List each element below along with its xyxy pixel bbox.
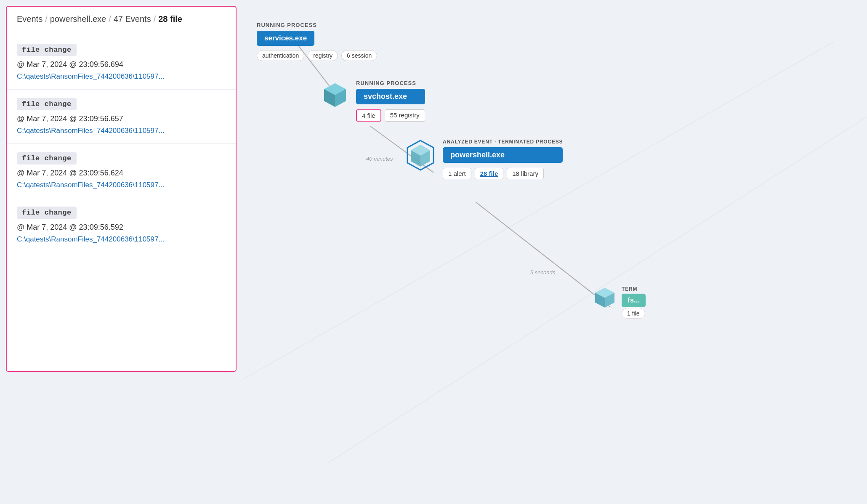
- breadcrumb-sep2: /: [109, 14, 111, 24]
- svchost-node-info: RUNNING PROCESS svchost.exe 4 file 55 re…: [356, 80, 425, 122]
- breadcrumb-events: Events: [17, 14, 43, 24]
- powershell-tags: 1 alert 28 file 18 library: [443, 168, 563, 179]
- time-label-5sec: 5 seconds: [530, 269, 555, 276]
- svg-line-4: [476, 202, 610, 307]
- svchost-cube-icon: [320, 80, 350, 110]
- powershell-library-tag[interactable]: 18 library: [507, 168, 544, 179]
- services-node: RUNNING PROCESS services.exe authenticat…: [257, 22, 377, 61]
- event-tag-0: file change: [17, 44, 77, 56]
- event-time-3: @ Mar 7, 2024 @ 23:09:56.592: [17, 223, 226, 232]
- event-item: file change @ Mar 7, 2024 @ 23:09:56.624…: [7, 144, 236, 198]
- svchost-tags: 4 file 55 registry: [356, 109, 425, 122]
- event-time-1: @ Mar 7, 2024 @ 23:09:56.657: [17, 114, 226, 123]
- breadcrumb-filecount: 28 file: [158, 14, 182, 24]
- powershell-node: ANALYZED EVENT · TERMINATED PROCESS powe…: [404, 139, 563, 179]
- event-list: file change @ Mar 7, 2024 @ 23:09:56.694…: [7, 31, 236, 256]
- svchost-icon-area: RUNNING PROCESS svchost.exe 4 file 55 re…: [320, 80, 425, 122]
- graph-area: RUNNING PROCESS services.exe authenticat…: [244, 0, 867, 504]
- services-tags-row: authentication registry 6 session: [257, 50, 377, 61]
- breadcrumb-count: 47 Events: [114, 14, 151, 24]
- connection-lines: [244, 0, 867, 504]
- left-panel: Events / powershell.exe / 47 Events / 28…: [6, 6, 237, 372]
- breadcrumb-process: powershell.exe: [50, 14, 106, 24]
- terminated-file-tag[interactable]: 1 file: [622, 308, 645, 319]
- event-tag-2: file change: [17, 152, 77, 164]
- powershell-hex-icon: [404, 139, 437, 172]
- breadcrumb: Events / powershell.exe / 47 Events / 28…: [7, 7, 236, 31]
- services-tag-session[interactable]: 6 session: [341, 50, 377, 61]
- event-path-2[interactable]: C:\qatests\RansomFiles_744200636\110597.…: [17, 181, 165, 189]
- breadcrumb-sep1: /: [45, 14, 48, 24]
- svchost-node: RUNNING PROCESS svchost.exe 4 file 55 re…: [320, 80, 425, 122]
- svchost-label: RUNNING PROCESS: [356, 80, 425, 86]
- powershell-label: ANALYZED EVENT · TERMINATED PROCESS: [443, 139, 563, 145]
- event-item: file change @ Mar 7, 2024 @ 23:09:56.657…: [7, 90, 236, 144]
- event-path-1[interactable]: C:\qatests\RansomFiles_744200636\110597.…: [17, 127, 165, 135]
- terminated-node: TERM fs... 1 file: [593, 286, 646, 317]
- event-item: file change @ Mar 7, 2024 @ 23:09:56.592…: [7, 198, 236, 252]
- event-path-3[interactable]: C:\qatests\RansomFiles_744200636\110597.…: [17, 235, 165, 243]
- event-path-0[interactable]: C:\qatests\RansomFiles_744200636\110597.…: [17, 72, 165, 80]
- powershell-alert-tag[interactable]: 1 alert: [443, 168, 471, 179]
- powershell-name[interactable]: powershell.exe: [443, 147, 563, 163]
- services-tag-registry[interactable]: registry: [308, 50, 338, 61]
- terminated-label: TERM: [622, 286, 646, 292]
- services-tag-auth[interactable]: authentication: [257, 50, 304, 61]
- services-node-label: RUNNING PROCESS: [257, 22, 317, 28]
- svchost-name[interactable]: svchost.exe: [356, 89, 425, 104]
- svchost-file-tag[interactable]: 4 file: [356, 109, 381, 122]
- terminated-node-info: TERM fs... 1 file: [622, 286, 646, 317]
- main-container: Events / powershell.exe / 47 Events / 28…: [0, 0, 867, 504]
- event-tag-1: file change: [17, 98, 77, 110]
- powershell-node-info: ANALYZED EVENT · TERMINATED PROCESS powe…: [443, 139, 563, 179]
- svchost-registry-tag[interactable]: 55 registry: [385, 109, 425, 122]
- background-lines: [244, 0, 867, 504]
- event-tag-3: file change: [17, 207, 77, 219]
- terminated-name[interactable]: fs...: [622, 294, 646, 307]
- event-time-0: @ Mar 7, 2024 @ 23:09:56.694: [17, 60, 226, 69]
- services-node-name[interactable]: services.exe: [257, 31, 314, 46]
- powershell-icon-area: ANALYZED EVENT · TERMINATED PROCESS powe…: [404, 139, 563, 179]
- terminated-cube-icon: [593, 286, 617, 309]
- event-item: file change @ Mar 7, 2024 @ 23:09:56.694…: [7, 35, 236, 90]
- time-label-40min: 40 minutes: [366, 156, 393, 162]
- event-time-2: @ Mar 7, 2024 @ 23:09:56.624: [17, 169, 226, 178]
- breadcrumb-sep3: /: [154, 14, 156, 24]
- powershell-file-tag[interactable]: 28 file: [475, 168, 504, 179]
